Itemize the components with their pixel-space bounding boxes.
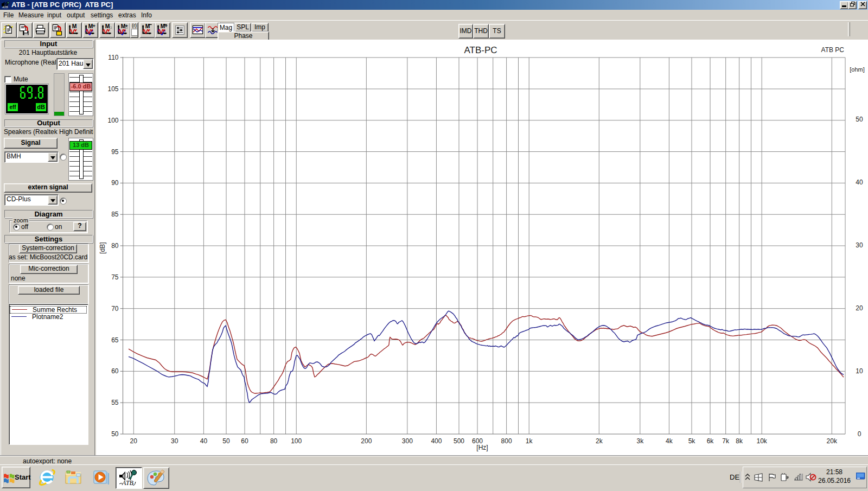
svg-text:85: 85: [111, 211, 119, 218]
svg-text:800: 800: [501, 437, 512, 445]
svg-text:20: 20: [856, 304, 863, 312]
svg-text:[Hz]: [Hz]: [476, 444, 488, 451]
svg-text:ATB-PC: ATB-PC: [464, 45, 497, 55]
svg-text:50: 50: [856, 116, 863, 123]
svg-text:0: 0: [858, 430, 861, 438]
svg-text:40: 40: [856, 178, 863, 186]
svg-text:2k: 2k: [596, 437, 603, 445]
svg-text:10: 10: [856, 367, 863, 375]
svg-text:55: 55: [111, 399, 119, 406]
svg-text:30: 30: [856, 241, 863, 249]
svg-text:8k: 8k: [736, 437, 743, 445]
svg-text:105: 105: [107, 85, 118, 93]
svg-text:80: 80: [270, 437, 278, 445]
svg-text:20: 20: [130, 437, 138, 445]
svg-text:ATB PC: ATB PC: [821, 46, 845, 54]
svg-text:[dB]: [dB]: [99, 242, 106, 253]
svg-text:6k: 6k: [707, 437, 714, 445]
svg-text:400: 400: [431, 437, 442, 445]
svg-text:60: 60: [111, 367, 119, 375]
svg-text:3k: 3k: [636, 437, 644, 445]
svg-text:30: 30: [171, 437, 178, 445]
svg-text:110: 110: [108, 54, 118, 61]
svg-text:100: 100: [291, 437, 302, 445]
svg-text:5k: 5k: [688, 437, 696, 445]
svg-text:90: 90: [111, 179, 119, 187]
svg-text:200: 200: [361, 437, 372, 445]
svg-text:20k: 20k: [827, 437, 838, 445]
svg-text:7k: 7k: [722, 437, 730, 445]
svg-text:75: 75: [111, 273, 119, 281]
svg-text:500: 500: [454, 437, 464, 445]
svg-text:40: 40: [200, 437, 208, 445]
svg-text:80: 80: [111, 242, 119, 250]
svg-text:300: 300: [402, 437, 413, 445]
svg-text:[ohm]: [ohm]: [850, 66, 865, 73]
svg-text:1k: 1k: [526, 437, 533, 445]
svg-text:70: 70: [111, 305, 119, 313]
svg-text:60: 60: [241, 437, 248, 445]
svg-text:95: 95: [111, 148, 119, 156]
svg-text:50: 50: [111, 430, 119, 438]
svg-text:ATB: ATB: [122, 479, 134, 487]
svg-text:4k: 4k: [666, 437, 673, 445]
svg-text:50: 50: [222, 437, 230, 445]
svg-text:10k: 10k: [757, 437, 768, 445]
svg-text:100: 100: [107, 117, 118, 124]
svg-text:65: 65: [111, 336, 119, 344]
